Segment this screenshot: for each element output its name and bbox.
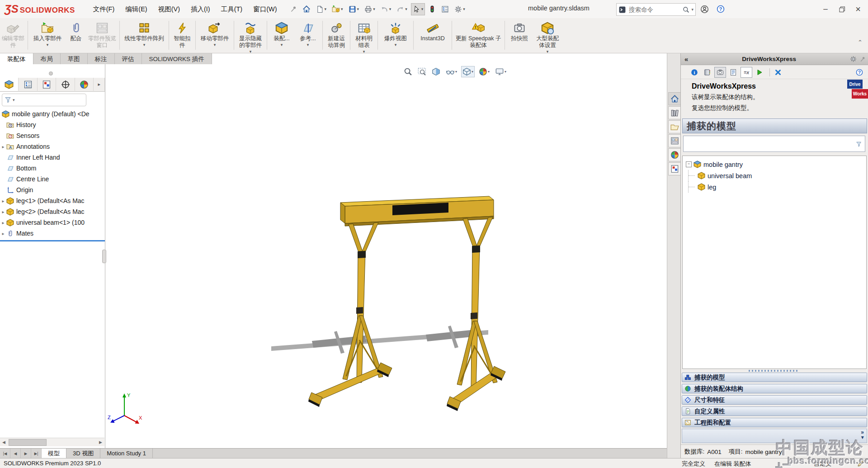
tab-model[interactable]: 模型 bbox=[42, 449, 66, 458]
dropdown-caret-icon[interactable]: ▾ bbox=[325, 7, 327, 11]
design-library-icon[interactable] bbox=[668, 106, 681, 119]
dropdown-caret-icon[interactable]: ▾ bbox=[389, 7, 392, 11]
filter-caret-icon[interactable]: ▾ bbox=[13, 98, 15, 102]
ribbon-new-motion-study[interactable]: 新建运动算例 bbox=[325, 20, 348, 50]
options-list-icon[interactable] bbox=[439, 3, 451, 15]
driveworks-tree-item-leg[interactable]: leg bbox=[683, 181, 866, 193]
accordion-captured-models[interactable]: 捕获的模型 bbox=[682, 373, 867, 382]
tab-3d-views[interactable]: 3D 视图 bbox=[66, 449, 100, 458]
customize-pencil-icon[interactable] bbox=[857, 460, 864, 467]
dropdown-caret-icon[interactable]: ▾ bbox=[363, 50, 365, 53]
tree-item-universal-beam[interactable]: ▸universal beam<1> (100 bbox=[0, 217, 105, 228]
tree-item-annotations[interactable]: ▸Annotations bbox=[0, 141, 105, 152]
tree-item-leg2[interactable]: ▸leg<2> (Default<As Mac bbox=[0, 206, 105, 217]
expand-arrow-icon[interactable]: ▸ bbox=[0, 144, 6, 149]
ribbon-collapse-icon[interactable]: ⌃ bbox=[858, 39, 863, 46]
zoom-fit-icon[interactable] bbox=[402, 66, 414, 77]
driveworks-tree-root[interactable]: − mobile gantry bbox=[683, 159, 866, 170]
ribbon-large-assembly-settings[interactable]: 大型装配体设置▾ bbox=[533, 20, 562, 54]
driveworks-run-icon[interactable] bbox=[754, 67, 765, 77]
gantry-3d-model[interactable] bbox=[251, 189, 518, 415]
tab-appearances[interactable] bbox=[75, 78, 94, 91]
tab-sketch[interactable]: 草图 bbox=[61, 53, 88, 64]
filter-funnel-icon[interactable] bbox=[856, 141, 862, 147]
ribbon-bill-of-materials[interactable]: 材料明细表▾ bbox=[352, 20, 376, 54]
tree-item-inner-left-hand-plane[interactable]: Inner Left Hand bbox=[0, 152, 105, 163]
ribbon-mate[interactable]: 配合 bbox=[66, 20, 86, 43]
collapse-minus-icon[interactable]: − bbox=[686, 161, 692, 167]
search-dropdown-caret-icon[interactable]: ▾ bbox=[689, 7, 695, 12]
panel-splitter-dots[interactable] bbox=[749, 370, 798, 372]
search-commands-box[interactable]: ▾ bbox=[616, 3, 696, 16]
ribbon-instant3d[interactable]: Instant3D bbox=[415, 20, 450, 43]
tree-item-bottom-plane[interactable]: Bottom bbox=[0, 163, 105, 174]
panel-grip-handle[interactable] bbox=[49, 71, 53, 76]
expand-arrow-icon[interactable]: ▸ bbox=[0, 231, 6, 236]
restore-button[interactable] bbox=[834, 0, 850, 18]
close-button[interactable]: × bbox=[850, 0, 866, 18]
panel-tabs-overflow-icon[interactable]: ▸ bbox=[94, 78, 105, 91]
zoom-area-icon[interactable] bbox=[416, 66, 428, 77]
home-tab-icon[interactable] bbox=[668, 92, 681, 105]
driveworks-form-icon[interactable] bbox=[728, 67, 739, 77]
hide-show-items-icon[interactable]: ▾ bbox=[444, 66, 458, 77]
tree-item-history[interactable]: History bbox=[0, 119, 105, 130]
ribbon-show-hidden-components[interactable]: 显示隐藏的零部件▾ bbox=[236, 20, 265, 54]
performance-icon[interactable] bbox=[427, 3, 438, 15]
pin-menu-icon[interactable] bbox=[288, 3, 299, 15]
ribbon-exploded-view[interactable]: 爆炸视图▾ bbox=[380, 20, 411, 47]
custom-properties-icon[interactable] bbox=[668, 162, 681, 175]
tab-assembly[interactable]: 装配体 bbox=[0, 53, 33, 64]
minimize-button[interactable]: – bbox=[817, 0, 834, 18]
dropdown-caret-icon[interactable]: ▾ bbox=[307, 43, 309, 47]
appearances-icon[interactable] bbox=[668, 148, 681, 161]
dropdown-caret-icon[interactable]: ▾ bbox=[214, 43, 216, 47]
dropdown-caret-icon[interactable]: ▾ bbox=[463, 7, 465, 11]
ribbon-assembly-features[interactable]: 装配...▾ bbox=[269, 20, 294, 47]
menu-insert[interactable]: 插入(I) bbox=[185, 2, 216, 16]
dropdown-caret-icon[interactable]: ▾ bbox=[47, 43, 49, 47]
menu-view[interactable]: 视图(V) bbox=[153, 2, 185, 16]
dropdown-caret-icon[interactable]: ▾ bbox=[421, 7, 424, 11]
scrollbar-thumb[interactable] bbox=[9, 439, 47, 446]
settings-button[interactable]: ▾ bbox=[453, 3, 467, 15]
rollback-bar[interactable] bbox=[0, 240, 105, 241]
tree-horizontal-scrollbar[interactable]: ◀ ▶ bbox=[0, 438, 104, 446]
tab-markup[interactable]: 标注 bbox=[88, 53, 115, 64]
save-button[interactable]: ▾ bbox=[347, 3, 361, 15]
panel-settings-gear-icon[interactable] bbox=[850, 56, 857, 62]
graphics-viewport[interactable]: ▾ ▾ ▾ ▾ bbox=[0, 64, 667, 449]
accordion-drawings-and-configurations[interactable]: 工程图和配置 bbox=[682, 418, 867, 427]
open-button[interactable]: ▾ bbox=[330, 3, 345, 15]
tab-configuration-manager[interactable] bbox=[38, 78, 56, 91]
dropdown-caret-icon[interactable]: ▾ bbox=[357, 7, 359, 11]
accordion-overflow-icon[interactable]: »▾ bbox=[861, 430, 864, 440]
driveworks-variable-icon[interactable]: =x bbox=[741, 67, 752, 78]
ribbon-reference-geometry[interactable]: 参考...▾ bbox=[295, 20, 321, 47]
ribbon-update-speedpak[interactable]: 更新 Speedpak 子装配体 bbox=[454, 20, 503, 50]
tree-filter-box[interactable]: ▾ bbox=[2, 94, 86, 106]
expand-arrow-icon[interactable]: ▸ bbox=[0, 220, 6, 225]
tree-item-assembly-root[interactable]: mobile gantry (Default) <De bbox=[0, 109, 105, 119]
edit-appearance-icon[interactable]: ▾ bbox=[477, 66, 491, 77]
new-document-button[interactable]: ▾ bbox=[314, 3, 329, 15]
tab-evaluate[interactable]: 评估 bbox=[115, 53, 142, 64]
dropdown-caret-icon[interactable]: ▾ bbox=[547, 50, 549, 53]
expand-arrow-icon[interactable]: ▸ bbox=[0, 199, 6, 203]
tab-feature-tree[interactable] bbox=[0, 78, 19, 91]
status-customize[interactable]: 自定义 bbox=[814, 460, 831, 468]
account-icon[interactable] bbox=[696, 0, 712, 18]
menu-file[interactable]: 文件(F) bbox=[88, 2, 120, 16]
dropdown-caret-icon[interactable]: ▾ bbox=[405, 7, 407, 11]
menu-tools[interactable]: 工具(T) bbox=[216, 2, 248, 16]
driveworks-capture-icon[interactable] bbox=[714, 67, 726, 78]
ribbon-take-snapshot[interactable]: 拍快照 bbox=[507, 20, 532, 43]
scroll-right-icon[interactable]: ▶ bbox=[97, 439, 104, 446]
dropdown-caret-icon[interactable]: ▾ bbox=[143, 43, 146, 47]
tab-scroll-first-icon[interactable]: |◀ bbox=[0, 449, 10, 458]
tab-layout[interactable]: 布局 bbox=[33, 53, 61, 64]
dropdown-caret-icon[interactable]: ▾ bbox=[373, 7, 375, 11]
ribbon-linear-pattern[interactable]: 线性零部件阵列▾ bbox=[122, 20, 167, 47]
dropdown-caret-icon[interactable]: ▾ bbox=[250, 50, 252, 53]
ribbon-move-component[interactable]: 移动零部件▾ bbox=[198, 20, 232, 47]
